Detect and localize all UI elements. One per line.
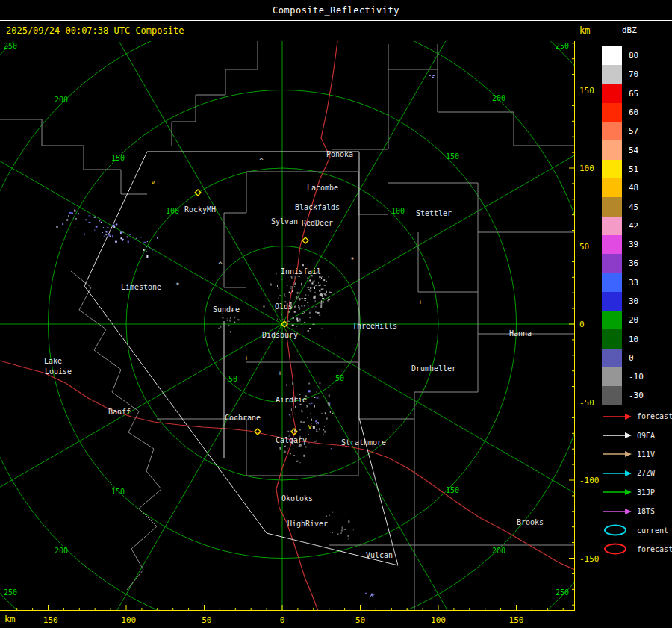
dbz-swatch <box>602 273 622 292</box>
dbz-value-label: 48 <box>629 183 638 193</box>
dbz-swatch <box>602 311 622 329</box>
range-ring-label: 250 <box>556 42 569 50</box>
city-label: Ponoka <box>326 150 353 158</box>
dbz-scale-row: 70 <box>602 65 644 84</box>
map-symbol: + <box>244 354 249 361</box>
titlebar: Composite_Reflectivity <box>0 0 672 21</box>
dbz-scale-row: 48 <box>602 178 644 197</box>
dbz-value-label: 51 <box>629 164 638 174</box>
range-ring-label: 100 <box>391 207 405 215</box>
dbz-scale-row: 42 <box>602 217 644 235</box>
dbz-scale-row: 60 <box>602 103 644 122</box>
dbz-value-label: 60 <box>629 108 638 117</box>
county-boundary <box>358 172 388 214</box>
legend-item-111V: 111V <box>602 445 672 464</box>
right-axis-label: -150 <box>579 554 600 564</box>
bottom-axis-label: 100 <box>431 615 446 625</box>
map-symbol: ^ <box>259 157 264 164</box>
dbz-swatch <box>602 329 622 348</box>
dbz-scale-title: dBZ <box>622 25 637 35</box>
city-label: Vulcan <box>366 551 393 559</box>
dbz-swatch <box>602 349 622 367</box>
city-label: Didsbury <box>262 331 298 339</box>
range-ring-label: 150 <box>446 486 459 494</box>
dbz-swatch <box>602 386 622 405</box>
dbz-value-label: 45 <box>629 202 638 212</box>
dbz-swatch <box>602 65 622 84</box>
dbz-scale-row: 33 <box>602 273 644 292</box>
city-label: Strathmore <box>341 438 386 447</box>
legend-item-09EA: 09EA <box>602 426 672 444</box>
dbz-value-label: 54 <box>629 146 638 155</box>
legend-ellipse-icon <box>602 523 633 537</box>
range-ring-label: 200 <box>55 96 68 104</box>
dbz-scale-row: 39 <box>602 235 644 254</box>
legend-label: 27ZW <box>637 469 655 477</box>
dbz-scale: 807065605754514845423936333020100-10-30 <box>602 46 644 405</box>
legend-label: 18TS <box>637 507 655 515</box>
range-ring-label: 150 <box>111 488 125 496</box>
city-label: Calgary <box>276 436 307 444</box>
dbz-value-label: 10 <box>629 335 638 344</box>
bottom-axis-label: 0 <box>280 615 285 625</box>
legend-label: forecast <box>637 545 672 553</box>
range-ring-label: 250 <box>4 588 17 597</box>
legend-label: forecast <box>637 412 672 420</box>
dbz-swatch <box>602 367 622 386</box>
city-label: RockyMH <box>184 205 216 214</box>
dbz-scale-row: 0 <box>602 349 644 367</box>
city-label: Hanna <box>509 329 532 338</box>
legend-arrow-icon <box>602 467 633 480</box>
legend-ellipse-icon <box>602 542 633 556</box>
dbz-swatch <box>602 122 622 140</box>
right-axis-label: 50 <box>579 242 589 252</box>
map-symbol: * <box>350 256 354 264</box>
map-symbol: v <box>308 423 311 430</box>
range-ring-label: 50 <box>228 375 237 383</box>
dbz-scale-row: 20 <box>602 311 644 329</box>
legend-label: 111V <box>637 450 655 458</box>
city-label: Cochrane <box>225 414 261 422</box>
dbz-swatch <box>602 46 622 65</box>
legend-arrow-icon <box>602 505 633 518</box>
legend-arrow-icon <box>602 447 633 461</box>
county-boundary <box>0 119 147 194</box>
right-axis-label: -100 <box>579 476 600 485</box>
dbz-scale-row: -30 <box>602 386 644 405</box>
county-boundary <box>388 183 575 232</box>
dbz-scale-row: 51 <box>602 160 644 178</box>
county-boundary <box>438 69 575 146</box>
dbz-swatch <box>602 84 622 103</box>
timestamp: 2025/09/24 00:07:38 UTC Composite <box>6 25 184 36</box>
legend-item-31JP: 31JP <box>602 483 672 502</box>
city-label: Sundre <box>213 305 240 314</box>
dbz-scale-row: 57 <box>602 122 644 140</box>
dbz-scale-row: 10 <box>602 329 644 348</box>
right-axis-label: 150 <box>579 86 594 96</box>
dbz-swatch <box>602 103 622 122</box>
city-label: Stettler <box>416 209 452 217</box>
dbz-swatch <box>602 140 622 159</box>
dbz-value-label: 20 <box>629 315 638 325</box>
dbz-swatch <box>602 235 622 254</box>
city-label: Drumheller <box>411 364 456 373</box>
city-label: ThreeHills <box>352 322 397 330</box>
right-axis-label: 0 <box>579 320 585 329</box>
dbz-value-label: -30 <box>629 391 644 400</box>
radar-site-marker <box>302 237 308 243</box>
dbz-swatch <box>602 217 622 235</box>
legend-item-forecast: forecast <box>602 540 672 559</box>
county-boundary <box>478 232 575 334</box>
dbz-value-label: 0 <box>629 353 634 363</box>
legend-item-27ZW: 27ZW <box>602 464 672 482</box>
bottom-axis-label: -100 <box>116 615 137 625</box>
city-label: Innisfail <box>281 267 321 276</box>
city-label: Airdrie <box>276 396 307 404</box>
map-symbol: ^ <box>218 261 223 268</box>
dbz-value-label: 70 <box>629 69 638 79</box>
city-label: Sylvan <box>271 217 298 226</box>
city-label: Brooks <box>517 518 544 526</box>
bottom-axis-label: -150 <box>38 615 58 625</box>
city-label: RedDeer <box>302 219 333 227</box>
dbz-scale-row: 54 <box>602 140 644 159</box>
